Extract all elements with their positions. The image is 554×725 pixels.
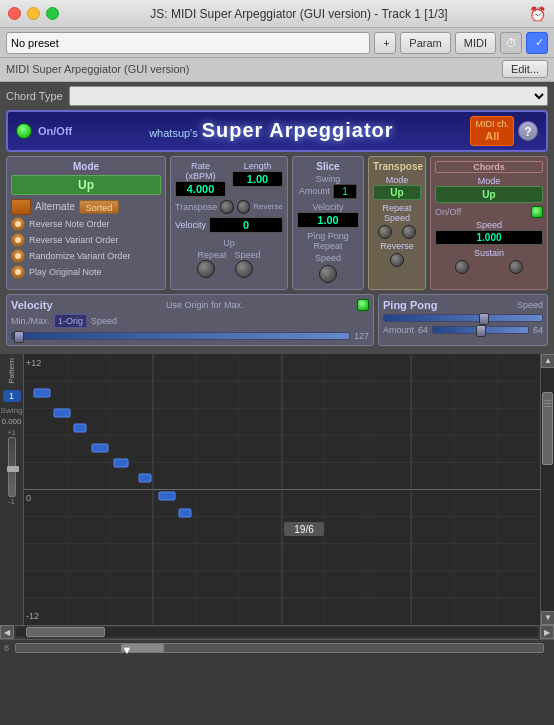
reverse-note-radio[interactable] <box>11 217 25 231</box>
randomize-radio[interactable] <box>11 249 25 263</box>
transpose-knob1[interactable] <box>220 200 234 214</box>
reverse-variant-radio[interactable] <box>11 233 25 247</box>
note-block[interactable] <box>92 444 108 452</box>
mode-alternate-row: Alternate Sorted <box>11 199 161 215</box>
chords-onoff-led[interactable] <box>531 206 543 218</box>
slice-speed-knob[interactable] <box>319 265 337 283</box>
chords-knob2[interactable] <box>509 260 523 274</box>
chords-sustain-label: Sustain <box>435 248 543 258</box>
scrollbar-horizontal: ◀ ▶ <box>0 625 554 639</box>
minimize-button[interactable] <box>27 7 40 20</box>
amount-label: Amount <box>299 186 330 196</box>
vel-speed-label: Speed <box>91 316 117 326</box>
tp-knob2[interactable] <box>402 225 416 239</box>
speed-label: Speed <box>235 250 261 260</box>
alternate-button[interactable] <box>11 199 31 215</box>
chords-onoff-label: On/Off <box>435 207 461 217</box>
tp-reverse-label: Reverse <box>373 241 421 251</box>
rate-value[interactable]: 4.000 <box>175 181 226 197</box>
note-block[interactable] <box>114 459 128 467</box>
midi-button[interactable]: MIDI <box>455 32 496 54</box>
arp-banner: On/Off whatsup's Super Arpeggiator MIDI … <box>6 110 548 152</box>
sorted-button[interactable]: Sorted <box>79 200 119 214</box>
note-block[interactable] <box>34 389 50 397</box>
tp-knob3[interactable] <box>390 253 404 267</box>
pp-speed-slider[interactable] <box>383 314 543 322</box>
velocity-slider-thumb[interactable] <box>14 331 24 343</box>
vel-value[interactable]: 1.00 <box>297 212 359 228</box>
transpose-panel-label: Transpose <box>373 161 421 172</box>
swing-value[interactable]: 0.000 <box>1 417 21 426</box>
pattern-number[interactable]: 1 <box>3 390 21 402</box>
param-button[interactable]: Param <box>400 32 450 54</box>
clock-icon[interactable]: ⏱ <box>500 32 522 54</box>
length-value[interactable]: 1.00 <box>232 171 283 187</box>
play-original-radio[interactable] <box>11 265 25 279</box>
note-block[interactable] <box>139 474 151 482</box>
arp-title: Super Arpeggiator <box>202 119 394 142</box>
chords-knobs <box>435 260 543 274</box>
close-button[interactable] <box>8 7 21 20</box>
check-button[interactable]: ✓ <box>526 32 548 54</box>
pp-speed-row <box>383 314 543 322</box>
note-block[interactable] <box>159 492 175 500</box>
rate-velocity-value[interactable]: 0 <box>209 217 283 233</box>
tp-knob1[interactable] <box>378 225 392 239</box>
repeat-knob[interactable] <box>197 260 215 278</box>
pattern-sidebar: Pattern 1 Swing 0.000 +1 -1 <box>0 354 24 625</box>
mode-play-original-row: Play Original Note <box>11 265 161 279</box>
mode-randomize-row: Randomize Variant Order <box>11 249 161 263</box>
preset-select[interactable]: No preset <box>6 32 370 54</box>
scroll-right-arrow[interactable]: ▶ <box>540 625 554 639</box>
transpose-label: Transpose <box>175 202 217 212</box>
add-preset-button[interactable]: + <box>374 32 396 54</box>
maximize-button[interactable] <box>46 7 59 20</box>
vel-slider-row: 127 <box>11 331 369 341</box>
chords-knob1[interactable] <box>455 260 469 274</box>
chords-speed-val[interactable]: 1.000 <box>435 230 543 245</box>
amount-row: Amount 1 <box>297 184 359 199</box>
plugin-title: MIDI Super Arpeggiator (GUI version) <box>6 63 189 75</box>
velocity-header: Velocity Use Origin for Max. <box>11 299 369 311</box>
edit-button[interactable]: Edit... <box>502 60 548 78</box>
tp-repeat-label: Repeat <box>373 203 421 213</box>
min-max-dropdown[interactable]: 1-Orig <box>54 314 87 328</box>
transpose-row: Transpose Reverse <box>175 200 283 214</box>
use-origin-led[interactable] <box>357 299 369 311</box>
pp-amount-slider[interactable] <box>432 326 529 334</box>
help-button[interactable]: ? <box>518 121 538 141</box>
scroll-up-arrow[interactable]: ▲ <box>541 354 554 368</box>
bottom-scrollbar[interactable]: ▼ <box>15 643 544 653</box>
transpose-knob2[interactable] <box>237 200 251 214</box>
repeat-label: Repeat <box>197 250 226 260</box>
swing-thumb[interactable] <box>7 466 19 472</box>
tp-speed-label: Speed <box>373 213 421 223</box>
scroll-down-arrow[interactable]: ▼ <box>541 611 554 625</box>
speed-label-slice: Speed <box>297 253 359 263</box>
amount-value[interactable]: 1 <box>333 184 357 199</box>
pp-amount-thumb[interactable] <box>476 325 486 337</box>
swing-slider[interactable] <box>8 437 16 497</box>
controls-row2: Velocity Use Origin for Max. Min./Max. 1… <box>6 294 548 346</box>
pp-speed-thumb[interactable] <box>479 313 489 325</box>
transpose-panel: Transpose Mode Up Repeat Speed Reverse <box>368 156 426 290</box>
bottom-thumb[interactable]: ▼ <box>121 644 163 652</box>
ping-pong-section: Ping Pong Speed Amount 64 64 <box>378 294 548 346</box>
up-label: Up <box>175 236 283 248</box>
scroll-thumb-h[interactable] <box>26 627 104 637</box>
chord-type-select[interactable] <box>69 86 548 106</box>
mode-col-label: Mode <box>373 175 421 185</box>
velocity-slider[interactable] <box>11 332 350 340</box>
onoff-led[interactable] <box>16 123 32 139</box>
rate-velocity-label: Velocity <box>175 220 206 230</box>
speed-knob[interactable] <box>235 260 253 278</box>
velocity-title: Velocity <box>11 299 53 311</box>
chord-type-row: Chord Type <box>6 86 548 106</box>
plugin-header: MIDI Super Arpeggiator (GUI version) Edi… <box>0 58 554 82</box>
note-block[interactable] <box>54 409 70 417</box>
traffic-lights <box>8 7 59 20</box>
note-block[interactable] <box>179 509 191 517</box>
scroll-left-arrow[interactable]: ◀ <box>0 625 14 639</box>
grid-area: +12 0 -12 <box>24 354 540 625</box>
note-block[interactable] <box>74 424 86 432</box>
